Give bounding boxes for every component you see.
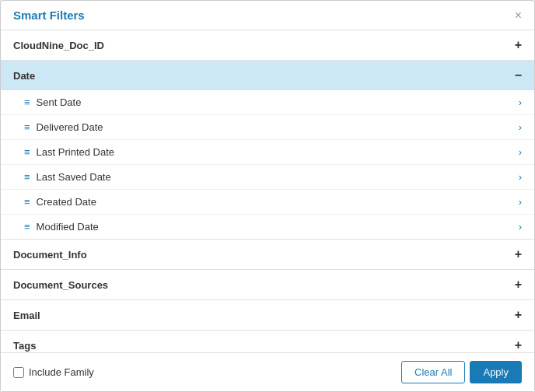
filter-sub-item-label: Delivered Date [37,121,103,133]
modal-footer: Include Family Clear All Apply [1,352,534,391]
filter-section-header-date[interactable]: Date− [1,61,534,90]
filter-section-header-cloudnine[interactable]: CloudNine_Doc_ID+ [1,30,534,60]
filter-section-title-document_sources: Document_Sources [13,279,108,291]
chevron-right-icon: › [519,171,522,183]
include-family-checkbox[interactable] [13,367,24,378]
lines-icon: ≡ [24,96,30,108]
filter-section-toggle-tags: + [515,338,522,352]
filter-section-cloudnine: CloudNine_Doc_ID+ [1,30,534,61]
clear-all-button[interactable]: Clear All [401,361,465,383]
filter-sub-items-date: ≡Sent Date›≡Delivered Date›≡Last Printed… [1,90,534,239]
lines-icon: ≡ [24,121,30,133]
filter-sub-item-left: ≡Modified Date [24,221,99,233]
filter-sub-item-label: Created Date [37,196,96,208]
filter-sub-item-left: ≡Delivered Date [24,121,103,133]
filter-section-title-email: Email [13,310,40,321]
lines-icon: ≡ [24,171,30,183]
include-family-text: Include Family [29,366,94,378]
apply-button[interactable]: Apply [470,361,522,383]
filter-section-toggle-cloudnine: + [515,38,522,52]
lines-icon: ≡ [24,196,30,208]
lines-icon: ≡ [24,146,30,158]
filter-sub-item-label: Sent Date [37,96,82,108]
filter-section-toggle-date: − [515,68,522,82]
chevron-right-icon: › [519,96,522,108]
footer-buttons: Clear All Apply [401,361,522,383]
filter-section-header-email[interactable]: Email+ [1,300,534,330]
filter-sub-item[interactable]: ≡Last Printed Date› [1,140,534,165]
filter-section-document_sources: Document_Sources+ [1,270,534,300]
filter-sub-item-label: Last Saved Date [37,171,111,183]
filter-section-document_info: Document_Info+ [1,240,534,270]
chevron-right-icon: › [519,221,522,233]
filter-section-header-document_sources[interactable]: Document_Sources+ [1,270,534,299]
filter-sub-item[interactable]: ≡Modified Date› [1,215,534,239]
filter-sub-item-label: Modified Date [37,221,99,233]
filter-section-toggle-document_sources: + [515,278,522,292]
smart-filters-modal: Smart Filters × CloudNine_Doc_ID+Date−≡S… [0,0,535,392]
filter-sub-item[interactable]: ≡Last Saved Date› [1,165,534,190]
filter-sub-item-left: ≡Last Printed Date [24,146,114,158]
filter-sub-item-left: ≡Created Date [24,196,96,208]
modal-title: Smart Filters [13,9,85,22]
filter-section-header-tags[interactable]: Tags+ [1,331,534,352]
filter-sub-item[interactable]: ≡Delivered Date› [1,115,534,140]
filter-section-date: Date−≡Sent Date›≡Delivered Date›≡Last Pr… [1,61,534,240]
modal-header: Smart Filters × [1,1,534,30]
filter-section-title-cloudnine: CloudNine_Doc_ID [13,40,104,51]
chevron-right-icon: › [519,146,522,158]
filter-sub-item-label: Last Printed Date [37,146,114,158]
filter-sub-item[interactable]: ≡Sent Date› [1,90,534,115]
filter-section-title-tags: Tags [13,340,36,352]
close-button[interactable]: × [515,9,522,22]
chevron-right-icon: › [519,121,522,133]
lines-icon: ≡ [24,221,30,233]
modal-body: CloudNine_Doc_ID+Date−≡Sent Date›≡Delive… [1,30,534,352]
filter-section-title-date: Date [13,70,35,82]
filter-sub-item[interactable]: ≡Created Date› [1,190,534,215]
include-family-label[interactable]: Include Family [13,366,94,378]
filter-section-email: Email+ [1,300,534,331]
filter-section-toggle-email: + [515,308,522,322]
filter-section-tags: Tags+ [1,331,534,352]
filter-sub-item-left: ≡Sent Date [24,96,81,108]
filter-section-title-document_info: Document_Info [13,249,87,261]
chevron-right-icon: › [519,196,522,208]
filter-section-toggle-document_info: + [515,247,522,261]
filter-section-header-document_info[interactable]: Document_Info+ [1,240,534,269]
filter-sub-item-left: ≡Last Saved Date [24,171,111,183]
